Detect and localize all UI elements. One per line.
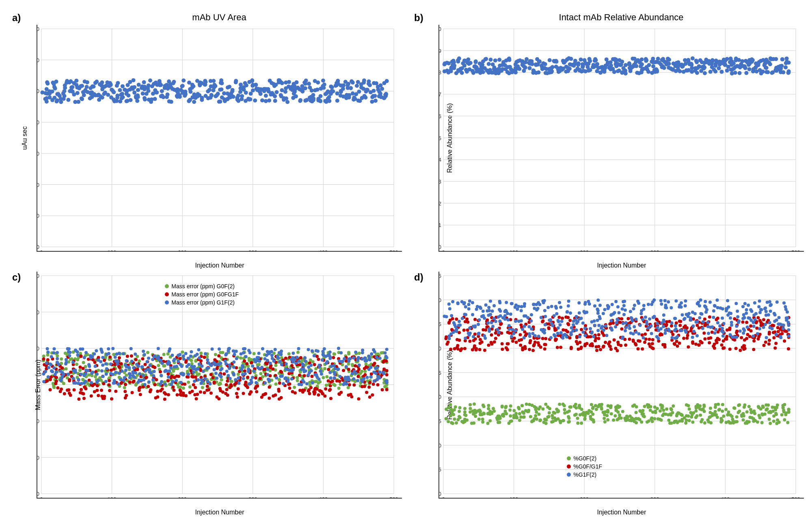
legend-item-d-g0f2: %G0F(2) [567, 455, 602, 462]
legend-label-g0fg1f: Mass error (ppm) G0FG1F [171, 291, 239, 298]
legend-dot-g1f2 [165, 300, 169, 305]
chart-c: c) Mass Error (ppm) Injection Number Mas… [4, 264, 406, 523]
chart-d-label: d) [414, 272, 423, 283]
chart-a-label: a) [12, 12, 21, 24]
chart-grid: a) mAb UV Area uAu sec Injection Number … [0, 0, 812, 527]
chart-d: d) Relative Abundance (%) Injection Numb… [406, 264, 808, 523]
legend-label-g0f2: Mass error (ppm) G0F(2) [171, 283, 235, 289]
chart-d-x-label: Injection Number [597, 509, 646, 516]
chart-a-y-label: uAu sec [21, 126, 28, 150]
legend-label-d-g0fg1f: %G0F/G1F [573, 463, 602, 470]
chart-b-canvas [439, 25, 804, 251]
chart-a-canvas [37, 25, 402, 251]
legend-label-g1f2: Mass error (ppm) G1F(2) [171, 299, 235, 306]
legend-item-d-g0fg1f: %G0F/G1F [567, 463, 602, 470]
legend-label-d-g0f2: %G0F(2) [573, 455, 596, 462]
chart-b-area: Relative Abundance (%) Injection Number [438, 25, 804, 252]
chart-c-label: c) [12, 272, 21, 283]
legend-dot-d-g0f2 [567, 456, 571, 460]
chart-d-area: Relative Abundance (%) Injection Number … [438, 272, 804, 499]
legend-item-d-g1f2: %G1F(2) [567, 471, 602, 478]
legend-dot-g0f2 [165, 284, 169, 288]
chart-a-area: uAu sec Injection Number [37, 25, 402, 252]
chart-a: a) mAb UV Area uAu sec Injection Number [4, 4, 406, 264]
chart-b: b) Intact mAb Relative Abundance Relativ… [406, 4, 808, 264]
legend-dot-d-g1f2 [567, 473, 571, 477]
legend-dot-g0fg1f [165, 292, 169, 296]
legend-item-g1f2: Mass error (ppm) G1F(2) [165, 299, 239, 306]
chart-b-title: Intact mAb Relative Abundance [438, 12, 804, 23]
legend-item-g0fg1f: Mass error (ppm) G0FG1F [165, 291, 239, 298]
chart-c-area: Mass Error (ppm) Injection Number Mass e… [37, 272, 402, 499]
chart-d-legend: %G0F(2) %G0F/G1F %G1F(2) [567, 455, 602, 479]
chart-d-canvas [439, 272, 804, 498]
legend-label-d-g1f2: %G1F(2) [573, 471, 596, 478]
chart-c-x-label: Injection Number [195, 509, 244, 516]
legend-item-g0f2: Mass error (ppm) G0F(2) [165, 283, 239, 289]
chart-a-title: mAb UV Area [37, 12, 402, 23]
legend-dot-d-g0fg1f [567, 464, 571, 469]
chart-c-legend: Mass error (ppm) G0F(2) Mass error (ppm)… [165, 283, 239, 307]
chart-b-label: b) [414, 12, 423, 24]
